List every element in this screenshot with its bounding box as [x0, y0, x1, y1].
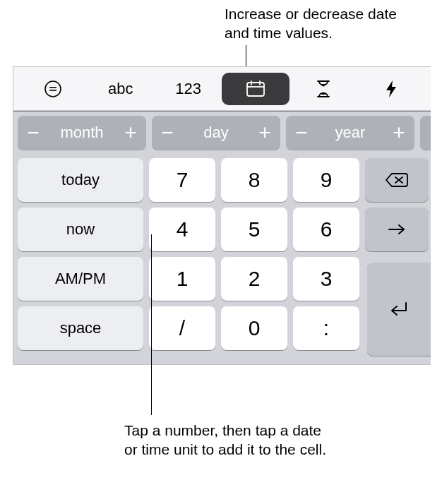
- text-mode-label: abc: [108, 80, 133, 98]
- day-increase-button[interactable]: +: [249, 122, 280, 143]
- year-increase-button[interactable]: +: [383, 122, 414, 143]
- next-stepper-peek[interactable]: −: [420, 116, 431, 150]
- arrow-right-icon: [387, 222, 407, 236]
- next-field-key[interactable]: [365, 208, 429, 251]
- month-increase-button[interactable]: +: [115, 122, 146, 143]
- callout-top: Increase or decrease date and time value…: [225, 4, 422, 42]
- year-stepper-label[interactable]: year: [317, 124, 383, 142]
- day-decrease-button[interactable]: −: [152, 122, 183, 143]
- key-8[interactable]: 8: [221, 158, 287, 202]
- key-7[interactable]: 7: [149, 158, 215, 202]
- key-1[interactable]: 1: [149, 257, 215, 301]
- return-key[interactable]: [367, 263, 431, 356]
- key-slash[interactable]: /: [149, 306, 215, 350]
- key-3[interactable]: 3: [293, 257, 359, 301]
- quick-mode-button[interactable]: [357, 73, 425, 105]
- key-0[interactable]: 0: [221, 306, 287, 350]
- text-mode-button[interactable]: abc: [87, 73, 155, 105]
- year-stepper: − year +: [286, 116, 414, 150]
- svg-point-7: [323, 84, 325, 86]
- callout-bottom-leader-line: [151, 234, 152, 415]
- month-stepper-label[interactable]: month: [49, 124, 115, 142]
- date-unit-stepper-row: − month + − day + − year + −: [13, 111, 431, 154]
- svg-point-0: [45, 81, 61, 97]
- callout-top-leader-line: [246, 45, 246, 68]
- key-colon[interactable]: :: [293, 306, 359, 350]
- keyboard-mode-toolbar: abc 123: [13, 67, 431, 111]
- day-stepper-label[interactable]: day: [183, 124, 249, 142]
- formula-mode-button[interactable]: [19, 73, 87, 105]
- callout-bottom: Tap a number, then tap a date or time un…: [124, 421, 336, 459]
- bolt-icon: [384, 79, 398, 99]
- date-time-keyboard: abc 123: [13, 66, 431, 365]
- backspace-icon: [385, 172, 409, 188]
- space-key[interactable]: space: [18, 306, 143, 350]
- year-decrease-button[interactable]: −: [286, 122, 317, 143]
- duration-mode-button[interactable]: [289, 73, 357, 105]
- key-9[interactable]: 9: [293, 158, 359, 202]
- number-mode-label: 123: [175, 80, 201, 98]
- key-4[interactable]: 4: [149, 208, 215, 251]
- calendar-icon: [245, 80, 266, 98]
- day-stepper: − day +: [152, 116, 280, 150]
- next-stepper-decrease-button[interactable]: −: [427, 122, 431, 143]
- svg-rect-3: [247, 83, 264, 96]
- keypad: today 7 8 9 now 4 5 6: [13, 154, 431, 364]
- today-key[interactable]: today: [18, 158, 143, 202]
- return-icon: [388, 300, 410, 318]
- now-key[interactable]: now: [18, 208, 143, 251]
- date-mode-button[interactable]: [222, 73, 289, 105]
- number-mode-button[interactable]: 123: [155, 73, 222, 105]
- ampm-key[interactable]: AM/PM: [18, 257, 143, 301]
- key-5[interactable]: 5: [221, 208, 287, 251]
- month-stepper: − month +: [18, 116, 146, 150]
- backspace-key[interactable]: [365, 158, 429, 202]
- month-decrease-button[interactable]: −: [18, 122, 49, 143]
- key-6[interactable]: 6: [293, 208, 359, 251]
- key-2[interactable]: 2: [221, 257, 287, 301]
- equals-circle-icon: [44, 80, 62, 98]
- hourglass-icon: [316, 79, 331, 99]
